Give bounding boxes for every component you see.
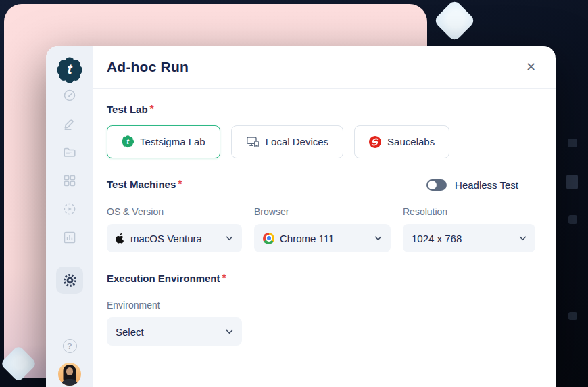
test-machines-label: Test Machines xyxy=(107,179,176,190)
browser-value: Chrome 111 xyxy=(280,233,369,244)
execution-environment-label: Execution Environment xyxy=(107,273,220,284)
gear-icon xyxy=(62,273,78,288)
headless-test-label: Headless Test xyxy=(455,179,518,191)
environment-label: Environment xyxy=(107,299,534,311)
test-lab-option-label: Testsigma Lab xyxy=(140,136,205,147)
test-lab-label: Test Lab xyxy=(107,104,148,115)
chevron-down-icon xyxy=(519,236,526,241)
required-marker: * xyxy=(222,273,226,284)
saucelabs-icon xyxy=(369,136,381,148)
dialog-content: Ad-hoc Run ✕ Test Lab* t Testsigma Lab xyxy=(93,46,556,387)
sidebar-item-elements[interactable] xyxy=(62,173,77,188)
os-version-value: macOS Ventura xyxy=(130,233,220,244)
sidebar-item-reports[interactable] xyxy=(62,230,77,245)
background-app-icon xyxy=(568,312,577,320)
dialog-title: Ad-hoc Run xyxy=(107,59,189,75)
logo-letter: t xyxy=(57,57,82,83)
chevron-down-icon xyxy=(374,236,382,241)
execution-environment-section: Execution Environment* Environment Selec… xyxy=(107,272,534,346)
execution-environment-label-row: Execution Environment* xyxy=(107,272,534,286)
resolution-select[interactable]: 1024 x 768 xyxy=(403,224,535,252)
test-lab-option-label: Saucelabs xyxy=(387,136,435,147)
os-version-group: OS & Version macOS Ventura xyxy=(107,206,242,252)
sidebar: t xyxy=(46,46,93,387)
browser-group: Browser Chrome 111 xyxy=(254,206,391,252)
chevron-down-icon xyxy=(226,329,233,334)
sparkle-diamond-top-icon xyxy=(433,0,476,42)
chevron-down-icon xyxy=(226,236,233,241)
test-machines-row: Test Machines* Headless Test xyxy=(107,178,534,191)
folder-icon xyxy=(62,145,77,160)
test-lab-label-row: Test Lab* xyxy=(107,103,534,116)
devices-icon xyxy=(246,135,260,148)
browser-select[interactable]: Chrome 111 xyxy=(254,224,391,252)
resolution-group: Resolution 1024 x 768 xyxy=(403,206,535,252)
resolution-label: Resolution xyxy=(403,206,535,218)
adhoc-run-dialog: t xyxy=(46,46,556,387)
os-version-label: OS & Version xyxy=(107,206,242,218)
headless-test-toggle[interactable] xyxy=(426,179,447,191)
browser-label: Browser xyxy=(254,206,391,218)
background-app-icon xyxy=(568,215,577,224)
sidebar-item-settings[interactable] xyxy=(56,267,83,294)
dialog-header: Ad-hoc Run ✕ xyxy=(93,46,556,89)
help-icon: ? xyxy=(63,339,77,353)
sidebar-item-create-tests[interactable] xyxy=(62,116,77,131)
apple-icon xyxy=(116,233,125,244)
grid-icon xyxy=(62,173,77,188)
sidebar-nav xyxy=(56,88,83,294)
environment-select[interactable]: Select xyxy=(107,317,242,346)
test-machines-label-row: Test Machines* xyxy=(107,178,182,191)
machine-selects-row: OS & Version macOS Ventura Browser xyxy=(107,206,534,252)
pencil-icon xyxy=(62,116,77,131)
environment-value: Select xyxy=(116,326,220,338)
test-lab-option-local-devices[interactable]: Local Devices xyxy=(231,125,343,158)
bar-chart-icon xyxy=(62,230,77,245)
test-lab-options: t Testsigma Lab Local Devices xyxy=(107,125,534,158)
environment-group: Environment Select xyxy=(107,299,534,346)
required-marker: * xyxy=(150,104,154,115)
chrome-icon xyxy=(263,233,274,244)
toggle-knob xyxy=(428,181,437,189)
close-button[interactable]: ✕ xyxy=(524,60,537,74)
play-circle-icon xyxy=(62,202,77,217)
background-app-icon xyxy=(566,175,578,189)
os-version-select[interactable]: macOS Ventura xyxy=(107,224,242,252)
gauge-icon xyxy=(62,88,77,103)
testsigma-gear-icon: t xyxy=(122,136,134,148)
sidebar-item-test-runs[interactable] xyxy=(62,202,77,217)
resolution-value: 1024 x 768 xyxy=(412,233,514,244)
help-button[interactable]: ? xyxy=(63,339,77,353)
testsigma-logo-icon: t xyxy=(57,57,82,83)
sidebar-item-dashboard[interactable] xyxy=(62,88,77,103)
avatar-face xyxy=(66,367,73,375)
sidebar-item-test-development[interactable] xyxy=(62,145,77,160)
user-avatar[interactable] xyxy=(58,363,81,386)
required-marker: * xyxy=(178,179,182,190)
headless-test-group: Headless Test xyxy=(426,179,518,191)
test-lab-option-testsigma[interactable]: t Testsigma Lab xyxy=(107,125,220,158)
testsigma-gear-letter: t xyxy=(122,136,134,148)
avatar-suit xyxy=(62,379,78,386)
background-app-icon xyxy=(568,139,577,147)
test-lab-option-saucelabs[interactable]: Saucelabs xyxy=(354,125,449,158)
adhoc-run-form: Test Lab* t Testsigma Lab xyxy=(93,89,556,352)
test-lab-option-label: Local Devices xyxy=(266,136,328,147)
